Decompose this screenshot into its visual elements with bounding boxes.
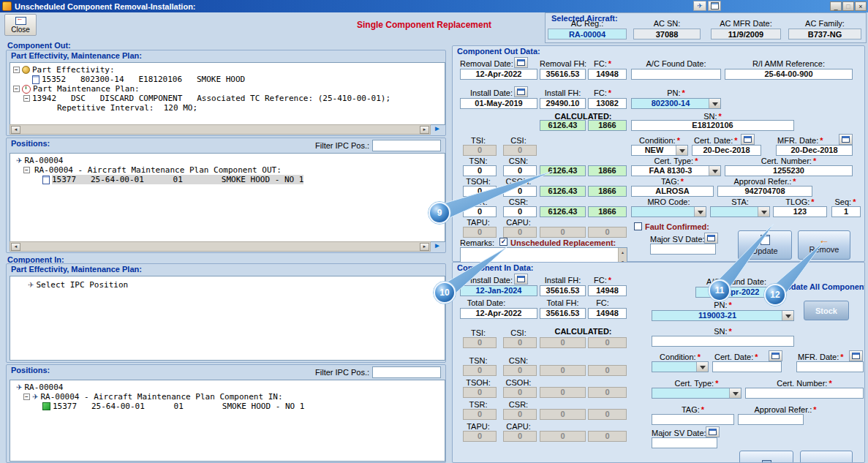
tree-node-aircraft[interactable]: ✈ RA-00004	[16, 156, 63, 165]
tree-node-aircraft[interactable]: ✈ RA-00004	[16, 383, 63, 392]
tree-node-part-row[interactable]: 15352 802300-14 E18120106 SMOKE HOOD	[32, 75, 245, 84]
go-arrow-icon[interactable]: ►	[434, 124, 441, 132]
scroll-left-button[interactable]: ◄	[11, 126, 20, 134]
install-button-partial[interactable]: →	[800, 451, 853, 463]
install-date-calendar-button[interactable]	[514, 86, 528, 97]
approval-refer-field[interactable]	[738, 414, 804, 425]
install-date-field[interactable]: 12-Jan-2024	[460, 285, 537, 296]
tree-collapse-icon[interactable]: −	[23, 167, 30, 173]
remove-button[interactable]: ← Remove	[798, 230, 850, 260]
stock-button[interactable]: Stock	[804, 301, 849, 320]
install-date-calendar-button[interactable]	[514, 274, 528, 285]
ac-found-date-field[interactable]: 12-Apr-2022	[695, 287, 777, 298]
scroll-right-button[interactable]: ►	[420, 243, 429, 251]
combo-arrow-icon[interactable]	[696, 362, 708, 372]
positions-tree-in[interactable]: ✈ RA-00004 − ✈ RA-00004 - Aircraft Maint…	[10, 380, 445, 462]
combo-arrow-icon[interactable]	[709, 99, 720, 108]
ac-reg-value[interactable]: RA-00004	[548, 29, 627, 39]
install-fc-field[interactable]: 14948	[588, 285, 627, 296]
tree-node-maintenance-plan[interactable]: − Part Maintenance Plan:	[13, 84, 140, 94]
remarks-scrollbar[interactable]: ▲ ▼	[618, 248, 627, 262]
unscheduled-replacement-checkbox[interactable]: ✓	[499, 238, 507, 246]
horizontal-scrollbar[interactable]: ◄ ►	[10, 241, 431, 252]
combo-arrow-icon[interactable]	[758, 207, 769, 217]
cert-type-combo[interactable]: FAA 8130-3	[631, 165, 721, 176]
total-date-field[interactable]: 12-Apr-2022	[460, 308, 537, 319]
seq-field[interactable]: 1	[831, 206, 861, 217]
mfr-date-calendar-button[interactable]	[849, 350, 863, 361]
pn-combo[interactable]: 119003-21	[652, 310, 794, 321]
combo-arrow-icon[interactable]	[729, 388, 741, 398]
tree-node-plan-out[interactable]: − RA-00004 - Aircraft Maintenance Plan C…	[23, 165, 282, 175]
removal-fc-field[interactable]: 14948	[588, 69, 627, 80]
csn-field[interactable]: 0	[503, 165, 537, 176]
tsr-field[interactable]: 0	[463, 206, 497, 217]
tree-node-part-effectivity[interactable]: − Part Effectivity:	[13, 65, 115, 75]
maximize-button[interactable]: □	[842, 1, 854, 11]
cert-date-field[interactable]: 20-Dec-2018	[692, 145, 761, 156]
install-date-field[interactable]: 01-May-2019	[460, 98, 537, 109]
tree-collapse-icon[interactable]: −	[13, 86, 20, 92]
tree-node-position[interactable]: 15377 25-64-00-01 01 SMOKE HOOD - NO 1	[42, 402, 304, 411]
part-plan-tree-out[interactable]: − Part Effectivity: 15352 802300-14 E181…	[10, 62, 445, 125]
approval-refer-field[interactable]: 942704708	[717, 186, 812, 197]
condition-combo[interactable]	[652, 361, 709, 372]
cert-date-calendar-button[interactable]	[741, 134, 755, 145]
tsn-field[interactable]: 0	[463, 165, 497, 176]
tree-node-task[interactable]: − 13942 DSC DISCARD COMPONENT Associated…	[23, 94, 390, 103]
titlebar-tool-button-1[interactable]: ✈	[693, 1, 706, 11]
cert-number-field[interactable]: 1255230	[725, 165, 853, 176]
tree-node-plan-in[interactable]: − ✈ RA-00004 - Aircraft Maintenance Plan…	[23, 392, 283, 402]
tree-node-select-ipc[interactable]: ✈ Select IPC Position	[28, 280, 128, 290]
fault-confirmed-checkbox[interactable]	[634, 222, 642, 230]
sn-field[interactable]: E18120106	[631, 120, 794, 131]
minimize-button[interactable]: _	[830, 1, 842, 11]
scroll-right-button[interactable]: ►	[420, 126, 429, 134]
sta-combo[interactable]	[710, 206, 770, 217]
combo-arrow-icon[interactable]	[782, 311, 793, 320]
mfr-date-field[interactable]: 20-Dec-2018	[776, 145, 853, 156]
major-sv-date-field[interactable]	[650, 244, 716, 255]
install-fh-field[interactable]: 29490.10	[540, 98, 586, 109]
major-sv-calendar-button[interactable]	[704, 233, 718, 244]
pn-combo[interactable]: 802300-14	[631, 98, 721, 109]
go-arrow-icon[interactable]: ►	[434, 241, 441, 249]
remarks-textarea[interactable]: ▲ ▼	[460, 247, 627, 263]
major-sv-calendar-button[interactable]	[706, 426, 720, 437]
cert-date-field[interactable]	[712, 361, 782, 372]
mfr-date-calendar-button[interactable]	[839, 134, 853, 145]
install-fc-field[interactable]: 13082	[588, 98, 627, 109]
part-plan-tree-in[interactable]: ✈ Select IPC Position	[10, 276, 445, 361]
tag-field[interactable]: ALROSA	[631, 186, 714, 197]
csoh-field[interactable]: 0	[503, 186, 537, 197]
tree-collapse-icon[interactable]: −	[23, 95, 30, 102]
horizontal-scrollbar[interactable]: ◄ ►	[10, 124, 431, 135]
cert-number-field[interactable]	[745, 388, 864, 399]
combo-arrow-icon[interactable]	[709, 166, 720, 176]
scroll-left-button[interactable]: ◄	[11, 243, 20, 251]
combo-arrow-icon[interactable]	[676, 146, 687, 155]
major-sv-date-field[interactable]	[652, 437, 717, 448]
sn-field[interactable]	[652, 336, 794, 347]
filter-ipc-input[interactable]	[372, 140, 441, 151]
removal-fh-field[interactable]: 35616.53	[540, 69, 586, 80]
tag-field[interactable]	[652, 414, 734, 425]
condition-combo[interactable]: NEW	[631, 145, 688, 156]
install-fh-field[interactable]: 35616.53	[540, 285, 586, 296]
close-button[interactable]: ← Close	[4, 14, 37, 36]
cert-type-combo[interactable]	[652, 388, 741, 399]
tree-collapse-icon[interactable]: −	[23, 394, 30, 400]
csr-field[interactable]: 0	[503, 206, 537, 217]
tree-collapse-icon[interactable]: −	[13, 67, 20, 73]
close-window-button[interactable]: ×	[855, 1, 867, 11]
tlog-field[interactable]: 123	[773, 206, 827, 217]
ac-found-date-field[interactable]	[631, 69, 721, 80]
removal-date-calendar-button[interactable]	[514, 57, 528, 68]
mfr-date-field[interactable]	[796, 361, 864, 372]
total-fh-field[interactable]: 35616.53	[540, 308, 586, 319]
update-in-button-partial[interactable]	[739, 451, 793, 463]
cert-date-calendar-button[interactable]	[769, 350, 782, 361]
tree-node-interval[interactable]: Repetitive Interval: 120 MO;	[57, 103, 197, 113]
positions-tree-out[interactable]: ✈ RA-00004 − RA-00004 - Aircraft Mainten…	[10, 153, 445, 242]
ri-amm-reference-field[interactable]: 25-64-00-900	[725, 69, 853, 80]
